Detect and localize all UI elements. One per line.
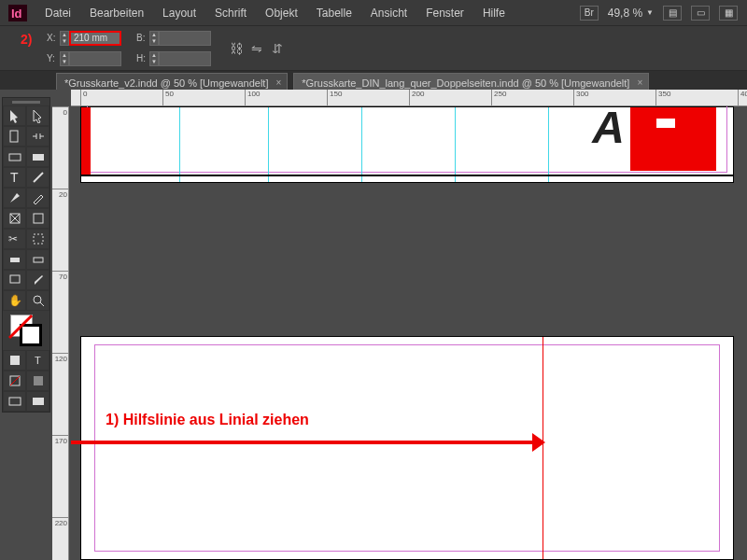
annotation-2-label: 2) (21, 32, 32, 47)
indesign-logo: Id (6, 4, 30, 22)
page-tool[interactable] (3, 126, 26, 147)
fill-stroke-swatch[interactable] (10, 315, 42, 346)
svg-line-18 (40, 302, 44, 306)
document-area: 050100150200250300350400 02070120170220 … (52, 90, 747, 560)
preview-view-icon[interactable] (26, 391, 49, 412)
width-field[interactable]: B: ▲▼ (136, 29, 211, 48)
svg-text:Id: Id (11, 7, 22, 21)
svg-text:T: T (10, 170, 19, 185)
annotation-1-label: 1) Hilfslinie aus Linial ziehen (106, 412, 309, 428)
flip-h-icon[interactable]: ⇋ (248, 40, 265, 57)
scissors-tool[interactable]: ✂ (3, 229, 26, 249)
svg-rect-15 (10, 275, 20, 283)
panel-grip[interactable] (3, 98, 49, 105)
svg-text:T: T (35, 355, 41, 366)
menu-objekt[interactable]: Objekt (256, 0, 307, 26)
type-tool[interactable]: T (3, 167, 26, 188)
apply-none-icon[interactable] (3, 371, 26, 391)
x-position-field[interactable]: X: ▲▼ (47, 29, 121, 48)
svg-point-17 (34, 296, 41, 303)
menubar: Id DateiBearbeitenLayoutSchriftObjektTab… (0, 0, 747, 26)
spread-bottom: 1) Hilfslinie aus Linial ziehen (80, 336, 734, 560)
menu-datei[interactable]: Datei (35, 0, 80, 26)
zoom-tool[interactable] (26, 290, 49, 311)
height-field[interactable]: H: ▲▼ (136, 49, 211, 68)
vertical-ruler[interactable]: 02070120170220 (52, 106, 69, 560)
svg-rect-10 (34, 214, 43, 223)
tools-panel: T ✂ ✋ T (2, 97, 50, 413)
selection-tool[interactable] (3, 105, 26, 126)
document-tab-2[interactable]: *Grusskarte_DIN_lang_quer_Doppelseiten.i… (293, 73, 649, 90)
document-tab-1[interactable]: *Grusskarte_v2.indd @ 50 % [Umgewandelt]… (56, 73, 288, 90)
svg-rect-13 (10, 258, 20, 262)
apply-gradient-icon[interactable] (26, 371, 49, 391)
spread-top: A (80, 106, 734, 183)
zoom-level-display[interactable]: 49,8 %▼ (608, 7, 654, 20)
logo-a-graphic: A (592, 106, 621, 153)
arrange-icon[interactable]: ▦ (719, 6, 738, 21)
gradient-feather-tool[interactable] (26, 249, 49, 270)
rectangle-tool[interactable] (26, 208, 49, 229)
svg-text:✋: ✋ (8, 293, 22, 307)
y-position-field[interactable]: Y: ▲▼ (47, 49, 121, 68)
svg-rect-19 (10, 356, 20, 365)
svg-rect-2 (10, 131, 18, 142)
screen-mode-icon[interactable]: ▭ (691, 6, 710, 21)
close-icon[interactable]: × (275, 77, 281, 88)
view-options-icon[interactable]: ▤ (663, 6, 682, 21)
rectangle-frame-tool[interactable] (3, 208, 26, 229)
flip-v-icon[interactable]: ⇵ (269, 40, 286, 57)
content-collector-tool[interactable] (3, 147, 26, 167)
constrain-icon[interactable]: ⛓ (228, 40, 245, 57)
menu-hilfe[interactable]: Hilfe (473, 0, 514, 26)
free-transform-tool[interactable] (26, 229, 49, 249)
menu-bearbeiten[interactable]: Bearbeiten (80, 0, 153, 26)
normal-view-icon[interactable] (3, 391, 26, 412)
menu-layout[interactable]: Layout (153, 0, 205, 26)
svg-rect-23 (34, 376, 43, 385)
eyedropper-tool[interactable] (26, 270, 49, 290)
control-panel: X: ▲▼ Y: ▲▼ B: ▲▼ H: ▲▼ ⛓ ⇋ ⇵ (0, 26, 747, 71)
horizontal-ruler[interactable]: 050100150200250300350400 (71, 90, 747, 106)
svg-text:✂: ✂ (8, 232, 18, 245)
canvas[interactable]: A 1) Hilfslinie aus Linial ziehen (71, 106, 747, 560)
gradient-swatch-tool[interactable] (3, 249, 26, 270)
bridge-icon[interactable]: Br (580, 6, 599, 21)
svg-rect-4 (33, 154, 44, 161)
svg-rect-24 (9, 398, 21, 405)
menu-tabelle[interactable]: Tabelle (307, 0, 361, 26)
annotation-arrow (71, 441, 534, 444)
svg-line-22 (10, 376, 20, 385)
svg-rect-14 (34, 258, 43, 262)
menu-fenster[interactable]: Fenster (416, 0, 473, 26)
close-icon[interactable]: × (637, 77, 642, 88)
content-placer-tool[interactable] (26, 147, 49, 167)
menu-schrift[interactable]: Schrift (205, 0, 256, 26)
svg-line-6 (34, 173, 43, 182)
pencil-tool[interactable] (26, 188, 49, 208)
svg-rect-3 (9, 154, 21, 161)
menu-ansicht[interactable]: Ansicht (361, 0, 416, 26)
line-tool[interactable] (26, 167, 49, 188)
hand-tool[interactable]: ✋ (3, 290, 26, 311)
svg-rect-12 (34, 234, 43, 244)
document-tabs: *Grusskarte_v2.indd @ 50 % [Umgewandelt]… (0, 71, 747, 90)
pen-tool[interactable] (3, 188, 26, 208)
note-tool[interactable] (3, 270, 26, 290)
direct-selection-tool[interactable] (26, 105, 49, 126)
apply-color-icon[interactable] (3, 350, 26, 371)
apply-text-icon[interactable]: T (26, 350, 49, 371)
svg-rect-25 (33, 398, 44, 405)
gap-tool[interactable] (26, 126, 49, 147)
